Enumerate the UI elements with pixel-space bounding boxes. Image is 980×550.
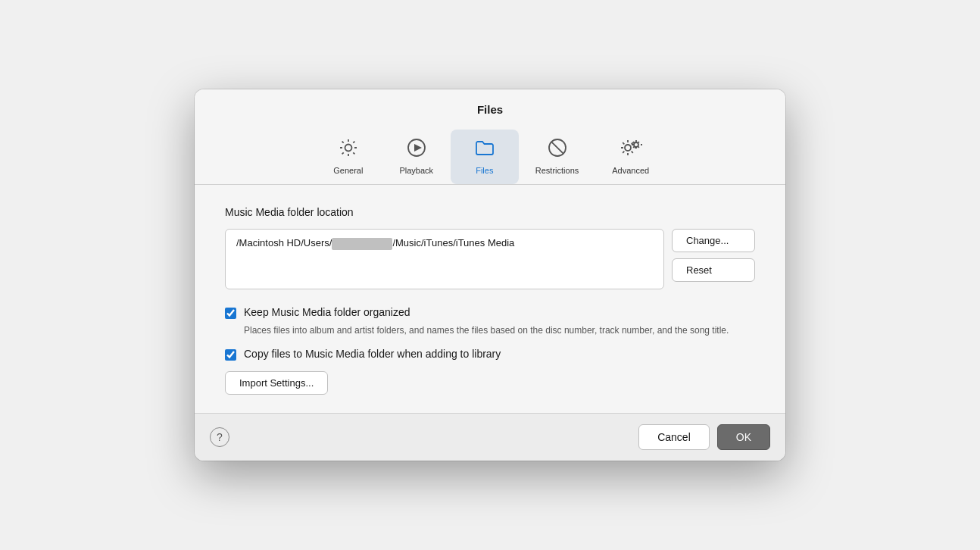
keep-organized-checkbox[interactable] [225,308,236,319]
content-area: Music Media folder location /Macintosh H… [195,185,785,413]
section-title: Music Media folder location [225,206,755,218]
tab-advanced[interactable]: Advanced [595,130,666,184]
tab-files-label: Files [476,166,493,175]
folder-path-text: /Macintosh HD/Users//Music/iTunes/iTunes… [236,237,514,250]
folder-action-buttons: Change... Reset [672,229,755,282]
tab-restrictions[interactable]: Restrictions [519,130,595,184]
import-settings-button[interactable]: Import Settings... [225,371,328,395]
gear-icon [338,137,359,161]
help-button[interactable]: ? [210,427,229,447]
svg-point-0 [345,145,351,152]
folder-row: /Macintosh HD/Users//Music/iTunes/iTunes… [225,229,755,289]
checkbox2-row: Copy files to Music Media folder when ad… [225,348,755,361]
restrict-icon [547,137,568,161]
folder-path-box: /Macintosh HD/Users//Music/iTunes/iTunes… [225,229,664,289]
keep-organized-description: Places files into album and artist folde… [244,323,755,337]
tab-general-label: General [333,166,363,175]
bottom-bar: ? Cancel OK [195,413,785,461]
keep-organized-label[interactable]: Keep Music Media folder organized [244,306,410,318]
bottom-actions: Cancel OK [638,424,770,450]
change-button[interactable]: Change... [672,229,755,252]
svg-marker-2 [414,144,422,152]
tab-playback-label: Playback [399,166,433,175]
title-bar: Files General Play [195,89,785,184]
dialog-title: Files [210,103,770,116]
copy-files-label[interactable]: Copy files to Music Media folder when ad… [244,348,501,360]
reset-button[interactable]: Reset [672,258,755,282]
cancel-button[interactable]: Cancel [638,424,710,450]
tab-restrictions-label: Restrictions [535,166,579,175]
folder-path-suffix: /Music/iTunes/iTunes Media [392,237,514,248]
svg-point-5 [625,145,631,151]
folder-icon [474,137,495,161]
redacted-username [332,238,392,250]
advanced-gear-icon [619,137,643,161]
tab-general[interactable]: General [314,130,382,184]
svg-point-6 [634,142,638,147]
tab-bar: General Playback Files [210,127,770,184]
play-icon [406,137,427,161]
preferences-dialog: Files General Play [195,89,785,461]
tab-playback[interactable]: Playback [382,130,451,184]
copy-files-checkbox[interactable] [225,349,236,361]
folder-path-prefix: /Macintosh HD/Users/ [236,237,332,248]
checkbox1-row: Keep Music Media folder organized [225,306,755,319]
tab-files[interactable]: Files [451,130,519,184]
tab-advanced-label: Advanced [612,166,649,175]
ok-button[interactable]: OK [717,424,770,450]
svg-line-4 [551,142,563,154]
